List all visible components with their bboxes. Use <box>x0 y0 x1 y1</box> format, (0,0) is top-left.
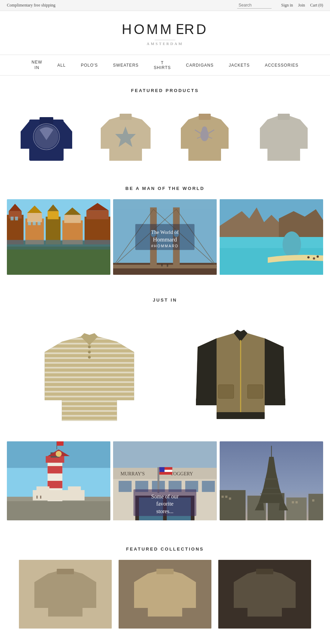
logo-subtitle: AMSTERDAM <box>0 42 330 46</box>
svg-rect-109 <box>160 472 173 475</box>
featured-collections-grid <box>0 560 330 639</box>
product-card-2[interactable] <box>89 101 162 163</box>
just-in-jacket[interactable] <box>172 311 309 428</box>
svg-rect-39 <box>113 263 217 275</box>
beige-lobster-svg <box>180 101 230 163</box>
svg-rect-48 <box>113 265 217 269</box>
svg-rect-33 <box>28 222 31 225</box>
svg-point-60 <box>307 256 309 258</box>
product-card-1[interactable] <box>10 101 82 163</box>
svg-rect-79 <box>47 466 62 474</box>
beige-starfish-svg <box>99 101 152 163</box>
nav-item-tshirts[interactable]: TSHIRTS <box>146 56 178 75</box>
amsterdam-svg <box>7 199 110 275</box>
svg-point-61 <box>313 257 315 259</box>
signin-link[interactable]: Sign in <box>281 3 293 8</box>
svg-point-8 <box>202 126 207 133</box>
logo[interactable]: HOMMƎRD <box>0 21 330 37</box>
join-link[interactable]: Join <box>298 3 305 8</box>
svg-rect-35 <box>37 222 41 225</box>
svg-rect-129 <box>225 496 227 498</box>
svg-rect-87 <box>68 486 81 493</box>
store-img-eiffel[interactable] <box>220 441 323 520</box>
svg-point-65 <box>88 346 91 348</box>
svg-rect-73 <box>265 398 285 405</box>
nav-item-cardigans[interactable]: CARDIGANS <box>178 58 221 72</box>
svg-rect-37 <box>7 247 110 250</box>
just-in-polo[interactable] <box>21 311 158 428</box>
svg-rect-50 <box>167 264 168 267</box>
world-img-amsterdam[interactable] <box>7 199 110 275</box>
nav-item-new-in[interactable]: NEWIN <box>24 55 50 75</box>
svg-text:Some of our: Some of our <box>151 494 179 499</box>
nav-link-jackets[interactable]: JACKETS <box>221 58 257 72</box>
svg-rect-49 <box>161 264 163 267</box>
logo-divider <box>155 40 175 40</box>
svg-rect-32 <box>15 217 18 221</box>
nav-item-polos[interactable]: POLO'S <box>73 58 106 72</box>
collection-card-3[interactable] <box>218 560 311 629</box>
store-img-shop[interactable]: MURRAY'S TOGGERY Some of our favorite <box>113 441 217 520</box>
svg-point-66 <box>88 351 91 353</box>
product-card-3[interactable] <box>168 101 241 163</box>
svg-rect-26 <box>64 215 81 223</box>
coast-svg <box>220 199 323 275</box>
collection-card-2[interactable] <box>119 560 211 629</box>
nav-link-sweaters[interactable]: SWEATERS <box>106 58 146 72</box>
lighthouse-svg <box>7 441 110 520</box>
svg-rect-69 <box>218 385 234 398</box>
svg-point-62 <box>317 256 319 258</box>
svg-rect-128 <box>221 496 223 498</box>
nav-item-sweaters[interactable]: SWEATERS <box>106 58 146 72</box>
grey-sweater-svg <box>259 101 309 163</box>
site-header: HOMMƎRD AMSTERDAM <box>0 11 330 49</box>
nav-item-all[interactable]: ALL <box>50 58 73 72</box>
stores-grid: MURRAY'S TOGGERY Some of our favorite <box>0 441 330 534</box>
nav-item-accessories[interactable]: ACCESSORIES <box>257 58 306 72</box>
svg-rect-105 <box>157 467 159 493</box>
top-bar: Complimentary free shipping Sign in Join… <box>0 0 330 11</box>
svg-rect-80 <box>47 481 62 488</box>
svg-rect-137 <box>156 569 174 574</box>
svg-rect-122 <box>286 498 306 521</box>
svg-rect-29 <box>86 211 109 219</box>
world-section-title: BE A MAN OF THE WORLD <box>0 186 330 191</box>
product-card-4[interactable] <box>248 101 320 163</box>
world-img-coast[interactable] <box>220 199 323 275</box>
svg-rect-4 <box>120 114 132 120</box>
product-img-3 <box>168 101 241 163</box>
svg-rect-123 <box>308 494 323 520</box>
svg-text:favorite: favorite <box>156 501 174 507</box>
collection-3-svg <box>218 560 311 629</box>
collection-card-1[interactable] <box>19 560 112 629</box>
nav-link-accessories[interactable]: ACCESSORIES <box>257 58 306 72</box>
search-area <box>237 2 272 9</box>
svg-rect-99 <box>119 481 132 492</box>
jacket-svg <box>194 313 287 426</box>
nav-link-all[interactable]: ALL <box>50 58 73 72</box>
collection-1-svg <box>19 560 112 629</box>
svg-rect-135 <box>57 569 74 574</box>
svg-rect-104 <box>202 481 215 492</box>
product-img-4 <box>248 101 320 163</box>
nav-item-jackets[interactable]: JACKETS <box>221 58 257 72</box>
svg-rect-133 <box>312 499 314 501</box>
svg-text:MURRAY'S: MURRAY'S <box>121 471 145 476</box>
world-img-bridge[interactable]: The World of Hommard #HOMMARD <box>113 199 217 275</box>
svg-rect-130 <box>229 498 231 500</box>
svg-rect-110 <box>160 467 165 472</box>
nav-link-polos[interactable]: POLO'S <box>73 58 106 72</box>
svg-text:stores...: stores... <box>156 508 174 514</box>
svg-point-59 <box>283 231 301 257</box>
promo-text: Complimentary free shipping <box>7 3 55 8</box>
product-img-2 <box>89 101 162 163</box>
featured-products-title: FEATURED PRODUCTS <box>0 88 330 93</box>
svg-rect-131 <box>292 501 294 503</box>
store-img-lighthouse[interactable] <box>7 441 110 520</box>
cart-link[interactable]: Cart (0) <box>310 3 323 8</box>
nav-link-cardigans[interactable]: CARDIGANS <box>178 58 221 72</box>
nav-link-new-in[interactable]: NEWIN <box>24 55 50 75</box>
search-input[interactable] <box>237 2 272 9</box>
featured-products-grid <box>0 101 330 173</box>
nav-link-tshirts[interactable]: TSHIRTS <box>146 56 178 75</box>
